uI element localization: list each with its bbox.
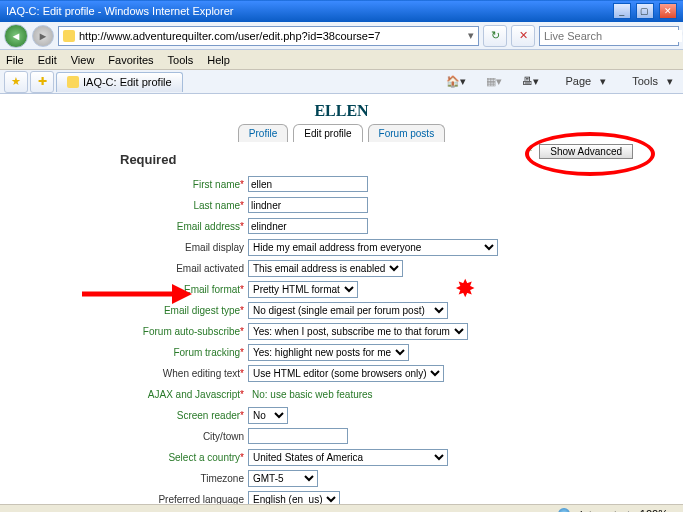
tab-profile[interactable]: Profile (238, 124, 288, 142)
label-editing-text: When editing text (163, 368, 240, 379)
browser-tools: 🏠▾ ▦▾ 🖶▾ Page ▾ Tools ▾ (440, 75, 679, 88)
profile-tabs: Profile Edit profile Forum posts (0, 124, 683, 142)
address-bar-row: ◄ ► ▾ ↻ ✕ 🔍 (0, 22, 683, 50)
feeds-icon[interactable]: ▦▾ (480, 75, 508, 88)
print-icon[interactable]: 🖶▾ (516, 75, 545, 88)
tab-favicon-icon (67, 76, 79, 88)
back-button[interactable]: ◄ (4, 24, 28, 48)
label-email-format: Email format (184, 284, 240, 295)
maximize-button[interactable]: ▢ (636, 3, 654, 19)
forward-button[interactable]: ► (32, 25, 54, 47)
menu-tools[interactable]: Tools (168, 54, 194, 66)
page-menu[interactable]: Page ▾ (553, 75, 612, 88)
editing-text-select[interactable]: Use HTML editor (some browsers only) (248, 365, 444, 382)
email-format-select[interactable]: Pretty HTML format (248, 281, 358, 298)
label-timezone: Timezone (200, 473, 244, 484)
timezone-select[interactable]: GMT-5 (248, 470, 318, 487)
favorites-star-icon[interactable]: ★ (4, 71, 28, 93)
browser-tab[interactable]: IAQ-C: Edit profile (56, 72, 183, 92)
city-input[interactable] (248, 428, 348, 444)
label-forum-autosubscribe: Forum auto-subscribe (143, 326, 240, 337)
page-title: ELLEN (0, 94, 683, 124)
page-content: ELLEN Profile Edit profile Forum posts R… (0, 94, 683, 504)
window-titlebar: IAQ-C: Edit profile - Windows Internet E… (0, 0, 683, 22)
close-button[interactable]: ✕ (659, 3, 677, 19)
label-ajax: AJAX and Javascript (148, 389, 240, 400)
label-country: Select a country (168, 452, 240, 463)
label-language: Preferred language (158, 494, 244, 505)
menu-favorites[interactable]: Favorites (108, 54, 153, 66)
search-box[interactable]: 🔍 (539, 26, 679, 46)
screen-reader-select[interactable]: No (248, 407, 288, 424)
menu-help[interactable]: Help (207, 54, 230, 66)
url-dropdown-icon[interactable]: ▾ (468, 29, 474, 42)
tab-forum-posts[interactable]: Forum posts (368, 124, 446, 142)
browser-tab-bar: ★ ✚ IAQ-C: Edit profile 🏠▾ ▦▾ 🖶▾ Page ▾ … (0, 70, 683, 94)
minimize-button[interactable]: _ (613, 3, 631, 19)
menubar: File Edit View Favorites Tools Help (0, 50, 683, 70)
ajax-value: No: use basic web features (248, 389, 373, 400)
forum-autosubscribe-select[interactable]: Yes: when I post, subscribe me to that f… (248, 323, 468, 340)
security-icon (558, 508, 570, 513)
tab-label: IAQ-C: Edit profile (83, 76, 172, 88)
email-display-select[interactable]: Hide my email address from everyone (248, 239, 498, 256)
first-name-input[interactable] (248, 176, 368, 192)
last-name-input[interactable] (248, 197, 368, 213)
tools-menu[interactable]: Tools ▾ (620, 75, 679, 88)
address-bar[interactable]: ▾ (58, 26, 479, 46)
menu-edit[interactable]: Edit (38, 54, 57, 66)
label-email-address: Email address (177, 221, 240, 232)
label-forum-tracking: Forum tracking (173, 347, 240, 358)
favicon-icon (63, 30, 75, 42)
refresh-button[interactable]: ↻ (483, 25, 507, 47)
advanced-marker-icon: * (528, 145, 532, 157)
tab-edit-profile[interactable]: Edit profile (293, 124, 362, 142)
stop-button[interactable]: ✕ (511, 25, 535, 47)
label-last-name: Last name (193, 200, 240, 211)
zoom-label[interactable]: 100% ▾ (640, 508, 677, 512)
label-email-activated: Email activated (176, 263, 244, 274)
forum-tracking-select[interactable]: Yes: highlight new posts for me (248, 344, 409, 361)
email-digest-select[interactable]: No digest (single email per forum post) (248, 302, 448, 319)
search-input[interactable] (544, 30, 682, 42)
country-select[interactable]: United States of America (248, 449, 448, 466)
status-divider: | (627, 509, 630, 513)
language-select[interactable]: English (en_us) (248, 491, 340, 505)
label-screen-reader: Screen reader (177, 410, 240, 421)
window-title: IAQ-C: Edit profile - Windows Internet E… (6, 5, 233, 17)
home-icon[interactable]: 🏠▾ (440, 75, 472, 88)
email-address-input[interactable] (248, 218, 368, 234)
label-email-digest: Email digest type (164, 305, 240, 316)
window-buttons: _ ▢ ✕ (611, 3, 677, 19)
menu-file[interactable]: File (6, 54, 24, 66)
label-city: City/town (203, 431, 244, 442)
menu-view[interactable]: View (71, 54, 95, 66)
label-first-name: First name (193, 179, 240, 190)
email-activated-select[interactable]: This email address is enabled (248, 260, 403, 277)
show-advanced-button[interactable]: Show Advanced (539, 144, 633, 159)
label-email-display: Email display (185, 242, 244, 253)
status-bar: Internet | 100% ▾ (0, 504, 683, 512)
zone-label: Internet (580, 509, 617, 513)
add-favorite-icon[interactable]: ✚ (30, 71, 54, 93)
show-advanced-wrapper: * Show Advanced (528, 144, 633, 159)
url-input[interactable] (79, 30, 464, 42)
